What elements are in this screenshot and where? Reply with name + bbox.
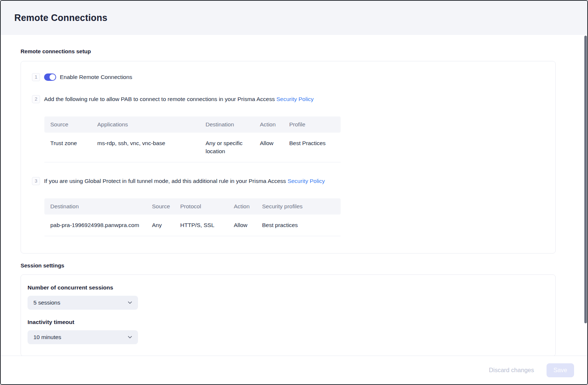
- column-header-action: Action: [228, 198, 256, 215]
- column-header-protocol: Protocol: [174, 198, 228, 215]
- cell-profile: Best Practices: [283, 133, 341, 162]
- page-header: Remote Connections: [1, 1, 587, 35]
- chevron-down-icon: [128, 336, 132, 339]
- step-full-tunnel-rule: 3 If you are using Global Protect in ful…: [32, 177, 555, 185]
- cell-source: Trust zone: [44, 133, 91, 162]
- vertical-scrollbar[interactable]: [584, 36, 587, 323]
- cell-destination: Any or specific location: [200, 133, 254, 162]
- step-enable-remote-connections: 1 Enable Remote Connections: [32, 73, 555, 81]
- save-button[interactable]: Save: [547, 363, 574, 377]
- cell-security-profiles: Best practices: [256, 215, 341, 236]
- column-header-source: Source: [44, 116, 91, 133]
- step-text-span: Add the following rule to allow PAB to c…: [44, 96, 276, 102]
- table-header-row: Destination Source Protocol Action Secur…: [44, 198, 341, 215]
- cell-source: Any: [146, 215, 174, 236]
- concurrent-sessions-select[interactable]: 5 sessions: [28, 296, 138, 310]
- session-settings-card: Number of concurrent sessions 5 sessions…: [21, 274, 556, 356]
- step-number-badge: 3: [32, 177, 40, 185]
- inbound-rule-table: Source Applications Destination Action P…: [44, 116, 341, 162]
- full-tunnel-rule-table: Destination Source Protocol Action Secur…: [44, 198, 341, 236]
- column-header-profile: Profile: [283, 116, 341, 133]
- cell-destination: pab-pra-1996924998.panwpra.com: [44, 215, 146, 236]
- setup-section-heading: Remote connections setup: [21, 48, 587, 54]
- step-text-span: If you are using Global Protect in full …: [44, 178, 287, 184]
- cell-action: Allow: [254, 133, 283, 162]
- column-header-security-profiles: Security profiles: [256, 198, 341, 215]
- page-title: Remote Connections: [14, 12, 108, 23]
- step-add-rule: 2 Add the following rule to allow PAB to…: [32, 95, 555, 103]
- table-header-row: Source Applications Destination Action P…: [44, 116, 341, 133]
- cell-action: Allow: [228, 215, 256, 236]
- column-header-destination: Destination: [200, 116, 254, 133]
- setup-card: 1 Enable Remote Connections 2 Add the fo…: [21, 61, 556, 253]
- inactivity-timeout-label: Inactivity timeout: [28, 319, 555, 325]
- chevron-down-icon: [128, 301, 132, 304]
- column-header-applications: Applications: [91, 116, 200, 133]
- step-add-rule-text: Add the following rule to allow PAB to c…: [44, 95, 314, 103]
- concurrent-sessions-label: Number of concurrent sessions: [28, 284, 555, 291]
- step-number-badge: 1: [32, 73, 40, 81]
- concurrent-sessions-value: 5 sessions: [33, 299, 60, 306]
- discard-changes-button[interactable]: Discard changes: [489, 367, 534, 374]
- enable-remote-connections-toggle[interactable]: [44, 73, 56, 81]
- enable-remote-connections-label: Enable Remote Connections: [60, 74, 132, 80]
- security-policy-link[interactable]: Security Policy: [287, 178, 325, 184]
- cell-protocol: HTTP/S, SSL: [174, 215, 228, 236]
- column-header-destination: Destination: [44, 198, 146, 215]
- inactivity-timeout-value: 10 minutes: [33, 334, 61, 341]
- table-row: Trust zone ms-rdp, ssh, vnc, vnc-base An…: [44, 133, 341, 162]
- cell-applications: ms-rdp, ssh, vnc, vnc-base: [91, 133, 200, 162]
- remote-connections-window: Remote Connections Remote connections se…: [0, 0, 588, 385]
- security-policy-link[interactable]: Security Policy: [276, 96, 314, 102]
- footer-action-bar: Discard changes Save: [1, 356, 587, 384]
- column-header-source: Source: [146, 198, 174, 215]
- inactivity-timeout-select[interactable]: 10 minutes: [28, 330, 138, 344]
- table-row: pab-pra-1996924998.panwpra.com Any HTTP/…: [44, 215, 341, 236]
- column-header-action: Action: [254, 116, 283, 133]
- toggle-knob: [50, 74, 55, 80]
- main-content: Remote connections setup 1 Enable Remote…: [1, 35, 587, 356]
- step-number-badge: 2: [32, 95, 40, 103]
- step-full-tunnel-text: If you are using Global Protect in full …: [44, 177, 325, 185]
- session-section-heading: Session settings: [21, 262, 587, 269]
